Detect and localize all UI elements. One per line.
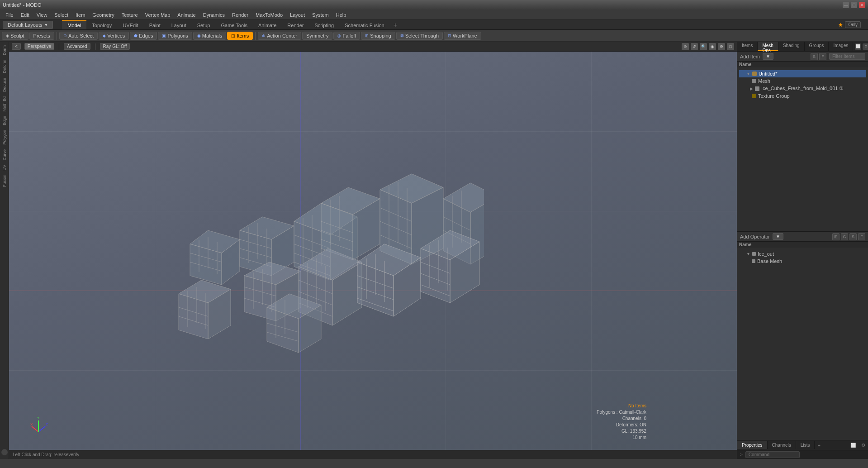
menu-select[interactable]: Select	[51, 11, 72, 19]
items-tree[interactable]: ▼ Untitled* Mesh ▶ Ice_Cubes_Fresh_from_…	[737, 68, 868, 231]
close-button[interactable]: ✕	[859, 2, 865, 8]
tab-layout[interactable]: Layout	[166, 20, 192, 29]
tab-images[interactable]: Images	[829, 42, 853, 51]
command-input[interactable]	[745, 451, 800, 458]
left-panel-item-7[interactable]: UV	[2, 163, 7, 172]
props-expand-button[interactable]: ⬜	[848, 441, 859, 449]
left-panel-item-0[interactable]: Dorm	[2, 43, 7, 57]
tab-render[interactable]: Render	[282, 20, 309, 29]
left-panel-item-5[interactable]: Polygon	[2, 128, 7, 147]
panel-top-icons: ⬜ ⚙	[853, 42, 868, 51]
add-tab-button[interactable]: +	[390, 20, 401, 29]
select-through-button[interactable]: ⊠ Select Through	[396, 32, 443, 40]
tab-properties[interactable]: Properties	[737, 441, 768, 449]
symmetry-button[interactable]: Symmetry	[302, 32, 333, 40]
falloff-button[interactable]: ◎ Falloff	[333, 32, 360, 40]
viewport-icon-6[interactable]: □	[727, 43, 734, 50]
panel-btn-1[interactable]: S	[811, 53, 818, 60]
sculpt-button[interactable]: ◈ Sculpt	[2, 32, 28, 40]
command-bar: >	[737, 450, 868, 459]
tab-paint[interactable]: Paint	[144, 20, 166, 29]
menu-render[interactable]: Render	[228, 11, 252, 19]
menu-file[interactable]: File	[2, 11, 17, 19]
tab-mesh-ops[interactable]: Mesh Ops	[758, 42, 778, 51]
snapping-button[interactable]: ⊞ Snapping	[361, 32, 395, 40]
props-plus-button[interactable]: +	[815, 441, 823, 449]
materials-button[interactable]: ◉ Materials	[193, 32, 227, 40]
tab-groups[interactable]: Groups	[805, 42, 829, 51]
tab-schematic-fusion[interactable]: Schematic Fusion	[339, 20, 389, 29]
add-item-dropdown[interactable]: ▼	[763, 53, 773, 60]
menu-view[interactable]: View	[33, 11, 51, 19]
tab-shading[interactable]: Shading	[778, 42, 805, 51]
left-panel-item-6[interactable]: Curve	[2, 148, 7, 162]
viewport-icon-4[interactable]: ◉	[709, 43, 716, 50]
maximize-button[interactable]: □	[851, 2, 857, 8]
polygons-button[interactable]: ▣ Polygons	[158, 32, 192, 40]
left-panel-item-1[interactable]: Deform	[2, 58, 7, 75]
menu-layout[interactable]: Layout	[286, 11, 308, 19]
menu-help[interactable]: Help	[332, 11, 350, 19]
menu-vertex-map[interactable]: Vertex Map	[142, 11, 174, 19]
auto-select-button[interactable]: ⊙ Auto Select	[59, 32, 98, 40]
menu-edit[interactable]: Edit	[17, 11, 33, 19]
layout-dropdown[interactable]: Default Layouts ▼	[3, 21, 53, 29]
minimize-button[interactable]: —	[843, 2, 849, 8]
ray-gl-button[interactable]: Ray GL: Off	[100, 43, 130, 50]
viewport-icon-5[interactable]: ⚙	[718, 43, 725, 50]
left-panel-item-3[interactable]: Meth Ed	[2, 95, 7, 114]
advanced-button[interactable]: Advanced	[64, 43, 90, 50]
op-btn-4[interactable]: F	[858, 233, 865, 240]
menu-geometry[interactable]: Geometry	[89, 11, 118, 19]
tab-channels[interactable]: Channels	[768, 441, 796, 449]
menu-system[interactable]: System	[308, 11, 332, 19]
viewport-back-button[interactable]: <	[12, 43, 21, 50]
op-btn-2[interactable]: G	[841, 233, 848, 240]
op-tree[interactable]: ▼ Ice_out Base Mesh	[737, 248, 868, 440]
tab-items[interactable]: Items	[737, 42, 758, 51]
tab-setup[interactable]: Setup	[192, 20, 216, 29]
tab-topology[interactable]: Topology	[86, 20, 117, 29]
panel-icon-settings[interactable]: ⚙	[863, 43, 868, 50]
viewport-icon-2[interactable]: ↺	[691, 43, 698, 50]
menu-item[interactable]: Item	[72, 11, 89, 19]
panel-icon-expand[interactable]: ⬜	[855, 43, 861, 50]
tree-item-ice-cubes[interactable]: ▶ Ice_Cubes_Fresh_from_Mold_001 ①	[739, 85, 866, 92]
vertices-button[interactable]: ◆ Vertices	[99, 32, 129, 40]
menu-dynamics[interactable]: Dynamics	[199, 11, 228, 19]
menu-animate[interactable]: Animate	[174, 11, 199, 19]
tree-item-ice-out[interactable]: ▼ Ice_out	[739, 250, 866, 258]
left-panel-item-4[interactable]: Edge	[2, 114, 7, 127]
tree-item-texture-group[interactable]: Texture Group	[739, 92, 866, 100]
tab-lists[interactable]: Lists	[796, 441, 815, 449]
tab-model[interactable]: Model	[62, 20, 86, 29]
op-btn-3[interactable]: S	[849, 233, 857, 240]
presets-button[interactable]: Presets	[29, 32, 54, 40]
tree-item-untitled[interactable]: ▼ Untitled*	[739, 70, 866, 77]
edges-button[interactable]: ⬟ Edges	[130, 32, 157, 40]
tab-scripting[interactable]: Scripting	[309, 20, 339, 29]
workplane-button[interactable]: ⊡ WorkPlane	[444, 32, 481, 40]
props-settings-button[interactable]: ⚙	[859, 441, 868, 449]
op-btn-1[interactable]: ⊞	[832, 233, 840, 240]
left-panel-item-2[interactable]: Deduce	[2, 76, 7, 94]
add-operator-dropdown[interactable]: ▼	[773, 233, 783, 240]
panel-btn-2[interactable]: F	[819, 53, 826, 60]
mode-bar: ◈ Sculpt Presets ⊙ Auto Select ◆ Vertice…	[0, 30, 868, 42]
filter-items-input[interactable]	[829, 53, 865, 60]
bottom-panel-icon[interactable]	[1, 449, 8, 455]
tab-animate[interactable]: Animate	[253, 20, 282, 29]
tree-item-base-mesh[interactable]: Base Mesh	[739, 258, 866, 265]
left-panel-item-8[interactable]: Fusion	[2, 173, 7, 189]
tree-item-mesh[interactable]: Mesh	[739, 77, 866, 85]
tab-game-tools[interactable]: Game Tools	[215, 20, 253, 29]
items-button[interactable]: ◫ Items	[227, 32, 253, 40]
action-center-button[interactable]: ⊕ Action Center	[258, 32, 301, 40]
menu-maxtomodo[interactable]: MaxToModo	[252, 11, 286, 19]
menu-texture[interactable]: Texture	[118, 11, 142, 19]
tab-uvedit[interactable]: UVEdit	[117, 20, 143, 29]
perspective-button[interactable]: Perspective	[24, 43, 54, 50]
viewport-icon-1[interactable]: ⊕	[682, 43, 689, 50]
viewport-icon-3[interactable]: 🔍	[700, 43, 707, 50]
viewport[interactable]: No Items Polygons : Catmull-Clark Channe…	[9, 52, 737, 450]
